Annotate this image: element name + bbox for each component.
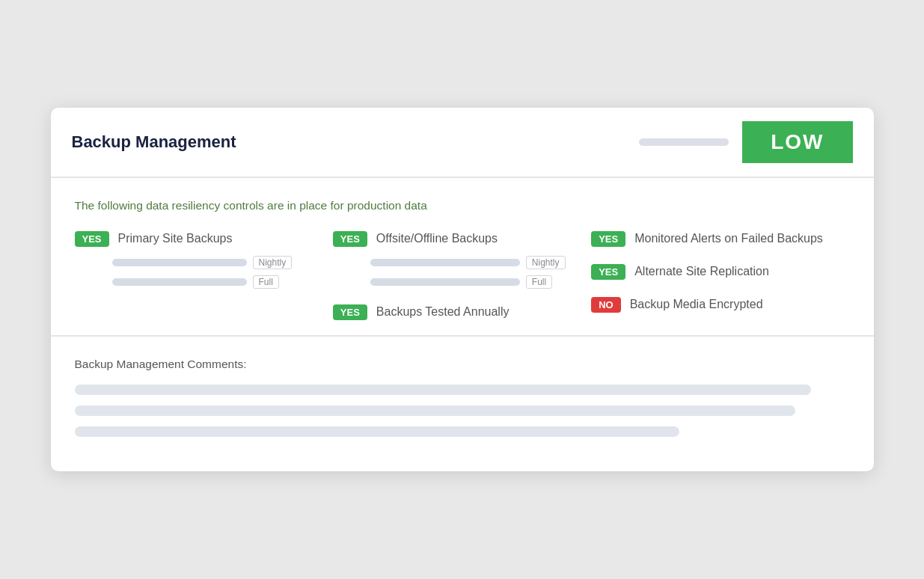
controls-grid: YES Primary Site Backups Nightly Full	[75, 230, 850, 320]
primary-full-row: Full	[112, 275, 333, 289]
card-title: Backup Management	[72, 132, 236, 152]
backups-tested-item: YES Backups Tested Annually	[333, 304, 591, 320]
offsite-label: Offsite/Offline Backups	[376, 230, 498, 247]
offsite-full-row: Full	[370, 275, 591, 289]
primary-nightly-tag: Nightly	[253, 256, 293, 269]
primary-nightly-bar	[112, 259, 247, 266]
col1: YES Primary Site Backups Nightly Full	[75, 230, 333, 320]
backups-tested-badge: YES	[333, 304, 367, 320]
comment-bar-1	[75, 385, 811, 395]
offsite-nightly-row: Nightly	[370, 256, 591, 269]
monitored-alerts-badge: YES	[591, 231, 625, 247]
primary-full-tag: Full	[253, 275, 279, 289]
col2: YES Offsite/Offline Backups Nightly Full…	[333, 230, 591, 320]
monitored-alerts-label: Monitored Alerts on Failed Backups	[634, 230, 823, 247]
card-body: The following data resiliency controls a…	[51, 178, 874, 337]
offsite-nightly-bar	[370, 259, 520, 266]
alternate-site-label: Alternate Site Replication	[634, 263, 769, 280]
comment-bar-3	[75, 426, 679, 437]
card-footer: Backup Management Comments:	[51, 337, 874, 471]
offsite-badge: YES	[333, 231, 367, 247]
primary-site-item: YES Primary Site Backups	[75, 230, 333, 247]
alternate-site-badge: YES	[591, 264, 625, 280]
backup-media-label: Backup Media Encrypted	[630, 296, 763, 313]
primary-full-bar	[112, 278, 247, 286]
offsite-bars: Nightly Full	[370, 256, 591, 289]
primary-site-badge: YES	[75, 231, 109, 247]
primary-nightly-row: Nightly	[112, 256, 333, 269]
comment-bar-2	[75, 405, 795, 416]
primary-site-label: Primary Site Backups	[118, 230, 233, 247]
card-header: Backup Management LOW	[51, 108, 874, 178]
backup-media-badge: NO	[591, 297, 621, 313]
offsite-item: YES Offsite/Offline Backups	[333, 230, 591, 247]
primary-site-bars: Nightly Full	[112, 256, 333, 289]
header-progress-bar	[639, 138, 729, 146]
low-badge: LOW	[742, 121, 852, 163]
header-right: LOW	[639, 121, 852, 163]
offsite-nightly-tag: Nightly	[526, 256, 566, 269]
subtitle: The following data resiliency controls a…	[75, 199, 850, 212]
col3: YES Monitored Alerts on Failed Backups Y…	[591, 230, 849, 320]
alternate-site-item: YES Alternate Site Replication	[591, 263, 849, 280]
monitored-alerts-item: YES Monitored Alerts on Failed Backups	[591, 230, 849, 247]
backup-management-card: Backup Management LOW The following data…	[51, 108, 874, 471]
comments-label: Backup Management Comments:	[75, 358, 850, 371]
offsite-full-tag: Full	[526, 275, 552, 289]
backup-media-item: NO Backup Media Encrypted	[591, 296, 849, 313]
offsite-full-bar	[370, 278, 520, 286]
backups-tested-label: Backups Tested Annually	[376, 304, 510, 320]
